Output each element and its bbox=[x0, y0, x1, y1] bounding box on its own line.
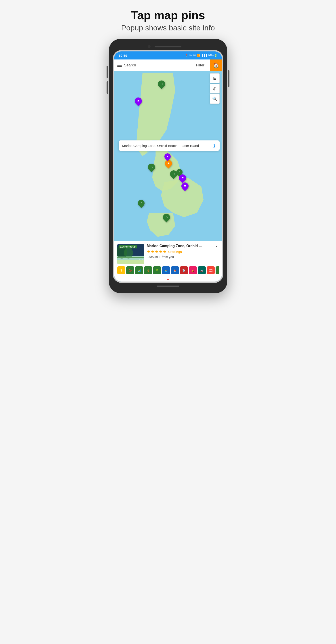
map-popup[interactable]: Marloo Camping Zone, Orchid Beach, Frase… bbox=[119, 140, 220, 151]
star-3: ★ bbox=[155, 249, 158, 254]
map-controls: ⊞ ◎ 🔍 bbox=[210, 73, 220, 104]
layers-icon: ⊞ bbox=[213, 76, 217, 81]
no-dogs-icon: 🚫 bbox=[126, 266, 134, 274]
battery-icon: 🔋 bbox=[214, 54, 217, 57]
map-pin-selected[interactable]: ⚑ bbox=[164, 154, 171, 160]
map-pin-green-6[interactable]: ☽ bbox=[163, 214, 170, 221]
more-options-icon[interactable]: ⋮ bbox=[214, 244, 219, 248]
header-subtitle: Popup shows basic site info bbox=[121, 24, 215, 32]
card-distance: 3735km E from you bbox=[147, 255, 219, 259]
map-pin-green-2[interactable]: ☽ bbox=[148, 164, 155, 171]
phone-top bbox=[113, 43, 223, 50]
card-top-section: CAMPGROUND ♡ Marloo Camping Zone, Orchid… bbox=[117, 244, 219, 264]
shade-icon: 🌴 bbox=[144, 266, 152, 274]
card-info: Marloo Camping Zone, Orchid ... ⋮ ★ ★ ★ … bbox=[147, 244, 219, 259]
phone-screen: 10:59 📍 VoLTE 📶 ▐▐▐ 99% 🔋 bbox=[114, 52, 222, 282]
data-icon: VoLTE bbox=[189, 54, 196, 57]
star-2: ★ bbox=[151, 249, 154, 254]
search-pin-icon: 🔍 bbox=[212, 96, 217, 101]
campground-card[interactable]: CAMPGROUND ♡ Marloo Camping Zone, Orchid… bbox=[114, 241, 222, 278]
filter-button[interactable]: Filter bbox=[192, 63, 208, 68]
map-pin-green-5[interactable]: ☽ bbox=[138, 200, 145, 206]
card-stars: ★ ★ ★ ★ ★ 4 Ratings bbox=[147, 249, 219, 254]
page-container: Tap map pins Popup shows basic site info… bbox=[84, 9, 252, 293]
card-image-label: CAMPGROUND bbox=[119, 245, 137, 248]
phone-inner: 10:59 📍 VoLTE 📶 ▐▐▐ 99% 🔋 bbox=[113, 50, 223, 283]
divider bbox=[190, 62, 190, 69]
nav-indicator bbox=[167, 279, 169, 280]
heart-icon[interactable]: ♡ bbox=[139, 258, 143, 263]
location-button[interactable]: ◎ bbox=[210, 84, 220, 94]
boat-icon: ⛵ bbox=[171, 266, 179, 274]
battery-indicator: 99% 🔋 bbox=[208, 54, 217, 57]
tent-icon: ⛺ bbox=[189, 266, 197, 274]
status-time: 10:59 bbox=[119, 54, 127, 58]
swimming-icon: 🏊 bbox=[162, 266, 170, 274]
popup-text: Marloo Camping Zone, Orchid Beach, Frase… bbox=[122, 144, 211, 148]
star-rating: ★ ★ ★ ★ ★ bbox=[147, 249, 166, 254]
map-pin-green-1[interactable]: ☽ bbox=[158, 80, 165, 88]
star-5: ★ bbox=[163, 249, 166, 254]
map-pin-purple-1[interactable]: ⚑ bbox=[135, 98, 142, 105]
wifi-icon: 📶 bbox=[197, 54, 200, 57]
card-title-row: Marloo Camping Zone, Orchid ... ⋮ bbox=[147, 244, 219, 248]
water-activities-icon: 🏄 bbox=[135, 266, 143, 274]
layers-button[interactable]: ⊞ bbox=[210, 73, 220, 83]
map-area[interactable]: ⚑ ☽ ☽ bbox=[114, 71, 222, 241]
search-bar[interactable]: Search Filter 🏠 bbox=[114, 60, 222, 71]
status-icons: 📍 VoLTE 📶 ▐▐▐ 99% 🔋 bbox=[185, 54, 217, 57]
svg-point-7 bbox=[124, 247, 133, 258]
card-image: CAMPGROUND ♡ bbox=[117, 244, 144, 264]
phone-device: 10:59 📍 VoLTE 📶 ▐▐▐ 99% 🔋 bbox=[109, 39, 227, 293]
national-park-icon: 🌲 bbox=[216, 266, 219, 274]
map-pin-orange-1[interactable]: ☀ bbox=[165, 160, 172, 167]
header-section: Tap map pins Popup shows basic site info bbox=[121, 9, 215, 32]
phone-bottom bbox=[113, 283, 223, 289]
signal-bars-icon: ▐▐▐ bbox=[201, 54, 207, 57]
amenities-row: $ 🚫 🏄 🌴 🌳 🏊 ⛵ 📡 ⛺ 🚗 4WDONLY 🌲 bbox=[117, 266, 219, 275]
search-input[interactable]: Search bbox=[124, 63, 188, 68]
header-title: Tap map pins bbox=[121, 9, 215, 22]
signal-icon: 📡 bbox=[180, 266, 188, 274]
phone-speaker bbox=[155, 46, 181, 48]
vehicle-icon: 🚗 bbox=[198, 266, 206, 274]
home-bar bbox=[157, 286, 179, 287]
star-4: ★ bbox=[159, 249, 162, 254]
4wd-only-icon: 4WDONLY bbox=[207, 266, 215, 274]
search-pin-button[interactable]: 🔍 bbox=[210, 94, 220, 104]
map-pin-purple-2[interactable]: ⚑ bbox=[179, 174, 186, 182]
fee-icon: $ bbox=[117, 266, 125, 274]
home-button[interactable]: 🏠 bbox=[210, 60, 222, 71]
gps-icon: 📍 bbox=[185, 54, 188, 57]
map-pin-purple-3[interactable]: ⚑ bbox=[181, 182, 189, 190]
popup-arrow-icon[interactable]: ❯ bbox=[213, 143, 216, 148]
hamburger-menu-icon[interactable] bbox=[117, 64, 122, 67]
trees-icon: 🌳 bbox=[153, 266, 161, 274]
location-icon: ◎ bbox=[213, 86, 217, 91]
ratings-count: 4 Ratings bbox=[168, 250, 182, 254]
star-1: ★ bbox=[147, 249, 150, 254]
front-camera bbox=[148, 45, 151, 48]
bottom-nav bbox=[114, 278, 222, 282]
card-title: Marloo Camping Zone, Orchid ... bbox=[147, 244, 212, 248]
status-bar: 10:59 📍 VoLTE 📶 ▐▐▐ 99% 🔋 bbox=[114, 52, 222, 60]
